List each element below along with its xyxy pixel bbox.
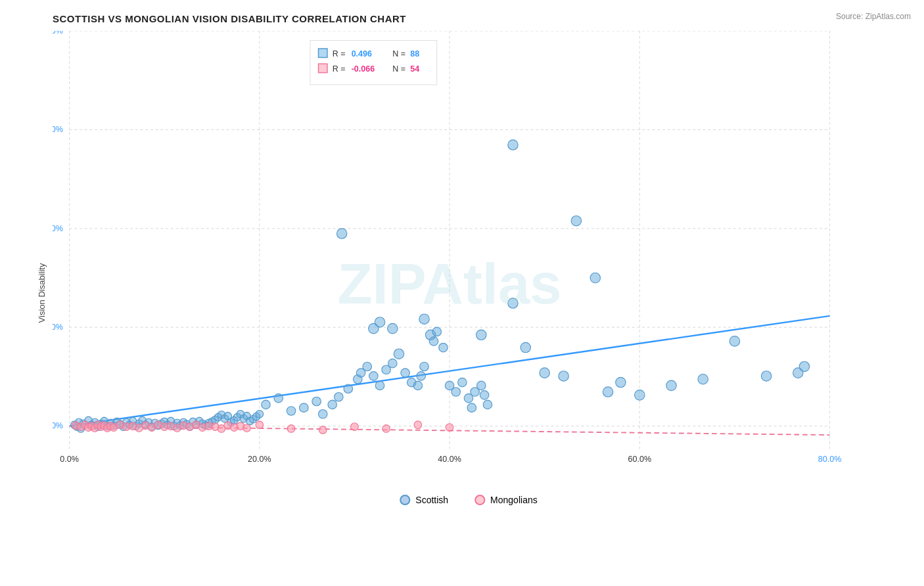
- svg-point-131: [388, 323, 398, 333]
- svg-point-112: [413, 381, 422, 390]
- svg-point-118: [439, 343, 448, 351]
- svg-text:0.0%: 0.0%: [53, 421, 63, 430]
- svg-point-113: [417, 372, 425, 380]
- svg-point-133: [508, 140, 518, 150]
- svg-rect-26: [319, 64, 327, 72]
- svg-text:60.0%: 60.0%: [53, 125, 63, 134]
- svg-point-95: [287, 407, 295, 415]
- legend-label-mongolians: Mongolians: [490, 495, 538, 505]
- svg-rect-21: [319, 49, 327, 57]
- svg-point-189: [446, 424, 453, 432]
- svg-text:80.0%: 80.0%: [53, 31, 63, 35]
- svg-point-116: [429, 337, 438, 346]
- svg-point-128: [336, 229, 346, 238]
- svg-point-92: [256, 410, 264, 418]
- svg-text:N =: N =: [392, 64, 405, 74]
- svg-line-31: [70, 316, 830, 426]
- svg-point-142: [616, 377, 626, 387]
- chart-area: 80.0% 60.0% 40.0% 20.0% 0.0% 0.0% 20.0% …: [53, 31, 885, 525]
- svg-point-99: [328, 400, 336, 409]
- svg-text:R =: R =: [333, 49, 346, 58]
- svg-point-110: [401, 369, 409, 377]
- svg-point-139: [540, 368, 549, 378]
- legend-item-scottish: Scottish: [400, 495, 448, 505]
- svg-text:0.0%: 0.0%: [60, 455, 79, 464]
- chart-container: SCOTTISH VS MONGOLIAN VISION DISABILITY …: [0, 0, 924, 586]
- svg-point-182: [243, 424, 251, 432]
- svg-point-120: [451, 388, 460, 396]
- svg-text:N =: N =: [392, 49, 405, 58]
- svg-text:-0.066: -0.066: [352, 64, 375, 74]
- svg-point-109: [394, 349, 404, 359]
- svg-text:R =: R =: [333, 64, 346, 74]
- svg-point-132: [419, 314, 429, 324]
- y-axis-label: Vision Disability: [37, 263, 47, 323]
- svg-point-149: [799, 361, 809, 371]
- svg-point-143: [635, 390, 645, 400]
- svg-point-137: [476, 330, 486, 340]
- legend-label-scottish: Scottish: [415, 495, 448, 505]
- svg-point-145: [698, 374, 708, 384]
- svg-point-146: [729, 336, 739, 346]
- svg-text:80.0%: 80.0%: [818, 455, 842, 464]
- svg-point-98: [319, 410, 327, 418]
- svg-text:20.0%: 20.0%: [53, 323, 63, 332]
- svg-point-187: [382, 425, 390, 433]
- svg-point-188: [414, 421, 422, 429]
- svg-text:ZIPAtlas: ZIPAtlas: [338, 252, 562, 315]
- svg-point-94: [274, 394, 283, 402]
- svg-point-108: [388, 359, 397, 367]
- legend-item-mongolians: Mongolians: [474, 495, 538, 505]
- svg-point-121: [458, 378, 467, 386]
- svg-point-123: [467, 403, 476, 412]
- svg-point-186: [351, 423, 359, 431]
- svg-point-127: [483, 400, 492, 409]
- legend-dot-scottish: [400, 495, 410, 505]
- svg-point-138: [520, 342, 530, 352]
- svg-point-140: [559, 371, 568, 381]
- svg-point-104: [363, 362, 371, 371]
- svg-point-114: [420, 362, 428, 371]
- svg-point-100: [335, 393, 343, 401]
- legend-dot-mongolians: [474, 495, 485, 505]
- svg-text:40.0%: 40.0%: [438, 455, 461, 464]
- svg-point-97: [312, 397, 321, 405]
- svg-point-135: [590, 273, 600, 282]
- svg-text:40.0%: 40.0%: [53, 224, 63, 233]
- svg-point-125: [477, 381, 486, 390]
- svg-point-105: [369, 372, 378, 380]
- svg-point-183: [256, 421, 264, 429]
- svg-point-96: [300, 403, 308, 412]
- scatter-chart: 80.0% 60.0% 40.0% 20.0% 0.0% 0.0% 20.0% …: [53, 31, 885, 525]
- chart-title: SCOTTISH VS MONGOLIAN VISION DISABILITY …: [53, 13, 885, 24]
- svg-point-185: [319, 426, 327, 434]
- svg-point-134: [571, 216, 581, 226]
- svg-point-141: [603, 387, 612, 397]
- svg-point-184: [287, 425, 295, 433]
- svg-point-117: [432, 327, 441, 336]
- svg-point-144: [666, 380, 676, 390]
- svg-rect-20: [310, 40, 437, 84]
- svg-text:54: 54: [410, 64, 419, 74]
- svg-point-147: [761, 371, 771, 381]
- source-label: Source: ZipAtlas.com: [836, 12, 911, 21]
- svg-text:20.0%: 20.0%: [248, 455, 271, 464]
- svg-text:88: 88: [410, 49, 419, 58]
- svg-point-93: [262, 400, 270, 409]
- svg-point-126: [480, 391, 488, 399]
- svg-text:60.0%: 60.0%: [628, 455, 652, 464]
- svg-text:0.496: 0.496: [352, 49, 372, 58]
- svg-point-106: [375, 381, 384, 390]
- svg-point-130: [375, 317, 384, 327]
- chart-legend: Scottish Mongolians: [400, 495, 537, 505]
- svg-point-101: [344, 384, 352, 393]
